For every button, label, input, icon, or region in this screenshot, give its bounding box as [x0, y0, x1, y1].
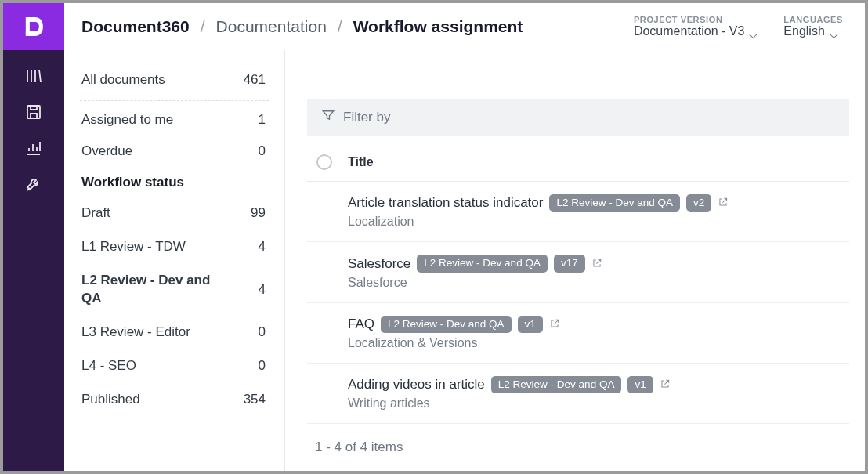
app-logo[interactable]	[3, 3, 64, 50]
row-title: Adding videos in article	[348, 377, 485, 393]
side-panel: All documents 461 Assigned to me 1 Overd…	[64, 50, 285, 471]
header-bar: Document360 / Documentation / Workflow a…	[64, 3, 865, 50]
filter-icon	[321, 108, 335, 126]
row-category: Writing articles	[348, 396, 841, 411]
status-badge: L2 Review - Dev and QA	[549, 194, 680, 212]
external-link-icon[interactable]	[718, 197, 730, 209]
sidebar-item-label: All documents	[81, 72, 165, 88]
table-row[interactable]: Article translation status indicator L2 …	[307, 182, 849, 242]
main-panel: Filter by Title Article translation stat…	[285, 50, 865, 471]
sidebar-item-count: 4	[259, 239, 266, 255]
external-link-icon[interactable]	[549, 318, 562, 331]
sidebar-status-l2-review[interactable]: L2 Review - Dev and QA 4	[64, 264, 284, 316]
project-version-label: PROJECT VERSION	[634, 15, 757, 24]
sidebar-item-label: L2 Review - Dev and QA	[81, 272, 230, 308]
filter-bar[interactable]: Filter by	[307, 99, 849, 136]
breadcrumb-page: Workflow assignment	[353, 17, 523, 36]
breadcrumb-separator: /	[338, 17, 342, 36]
svg-point-0	[26, 31, 30, 35]
status-badge: L2 Review - Dev and QA	[381, 316, 512, 333]
sidebar-item-label: Assigned to me	[81, 112, 173, 128]
filter-label: Filter by	[343, 110, 390, 125]
version-badge: v2	[686, 194, 711, 212]
external-link-icon[interactable]	[660, 378, 672, 391]
language-label: LANGUAGES	[783, 15, 843, 24]
chevron-down-icon	[830, 27, 837, 35]
breadcrumb-project[interactable]: Document360	[81, 17, 190, 36]
project-version-selector[interactable]: PROJECT VERSION Documentation - V3	[634, 15, 757, 38]
sidebar-item-count: 354	[244, 392, 266, 407]
sidebar-divider	[80, 100, 269, 101]
sidebar-item-overdue[interactable]: Overdue 0	[64, 136, 284, 167]
sidebar-item-label: L4 - SEO	[81, 357, 136, 375]
save-icon[interactable]	[3, 94, 64, 130]
breadcrumb-separator: /	[201, 17, 205, 36]
status-badge: L2 Review - Dev and QA	[417, 255, 548, 272]
external-link-icon[interactable]	[591, 258, 604, 270]
table-row[interactable]: Salesforce L2 Review - Dev and QA v17 Sa…	[307, 242, 849, 302]
sidebar-item-count: 4	[259, 282, 266, 298]
sidebar-item-count: 99	[251, 205, 266, 221]
tools-icon[interactable]	[3, 166, 64, 202]
version-badge: v1	[518, 316, 543, 333]
sidebar-item-label: Published	[81, 391, 140, 409]
version-badge: v1	[627, 376, 653, 393]
sidebar-status-l3-review[interactable]: L3 Review - Editor 0	[64, 316, 284, 349]
sidebar-item-label: L3 Review - Editor	[81, 324, 190, 342]
sidebar-item-count: 461	[244, 72, 266, 88]
sidebar-item-all-documents[interactable]: All documents 461	[64, 64, 284, 96]
pagination-summary: 1 - 4 of 4 items	[307, 424, 849, 471]
row-category: Localization & Versions	[348, 336, 841, 350]
sidebar-item-label: Overdue	[81, 143, 132, 159]
sidebar-item-count: 1	[259, 112, 266, 128]
table-row[interactable]: FAQ L2 Review - Dev and QA v1 Localizati…	[307, 303, 849, 364]
sidebar-status-published[interactable]: Published 354	[64, 383, 284, 417]
sidebar-item-assigned-to-me[interactable]: Assigned to me 1	[64, 104, 284, 136]
sidebar-status-draft[interactable]: Draft 99	[64, 197, 284, 230]
project-version-value: Documentation - V3	[634, 24, 744, 38]
sidebar-status-l1-review[interactable]: L1 Review - TDW 4	[64, 230, 284, 264]
table-row[interactable]: Adding videos in article L2 Review - Dev…	[307, 364, 849, 424]
version-badge: v17	[554, 255, 585, 272]
nav-rail	[3, 3, 64, 471]
sidebar-status-l4-seo[interactable]: L4 - SEO 0	[64, 349, 284, 383]
sidebar-section-heading: Workflow status	[64, 167, 284, 197]
breadcrumb-section[interactable]: Documentation	[216, 17, 327, 36]
analytics-icon[interactable]	[3, 130, 64, 166]
row-title: Article translation status indicator	[348, 195, 543, 211]
sidebar-item-count: 0	[259, 358, 266, 374]
select-all-checkbox[interactable]	[316, 154, 332, 170]
row-category: Localization	[348, 215, 841, 229]
row-title: Salesforce	[348, 256, 410, 272]
table-header: Title	[307, 136, 849, 182]
row-category: Salesforce	[348, 276, 841, 290]
language-selector[interactable]: LANGUAGES English	[783, 15, 843, 38]
row-title: FAQ	[348, 317, 374, 332]
language-value: English	[783, 24, 824, 38]
sidebar-item-label: L1 Review - TDW	[81, 238, 186, 256]
sidebar-item-count: 0	[259, 324, 266, 340]
svg-rect-1	[27, 106, 40, 118]
column-title: Title	[348, 155, 374, 169]
sidebar-item-count: 0	[259, 143, 266, 159]
breadcrumb: Document360 / Documentation / Workflow a…	[81, 17, 523, 36]
sidebar-item-label: Draft	[81, 204, 110, 223]
status-badge: L2 Review - Dev and QA	[491, 376, 622, 393]
chevron-down-icon	[749, 27, 757, 35]
library-icon[interactable]	[3, 58, 64, 94]
